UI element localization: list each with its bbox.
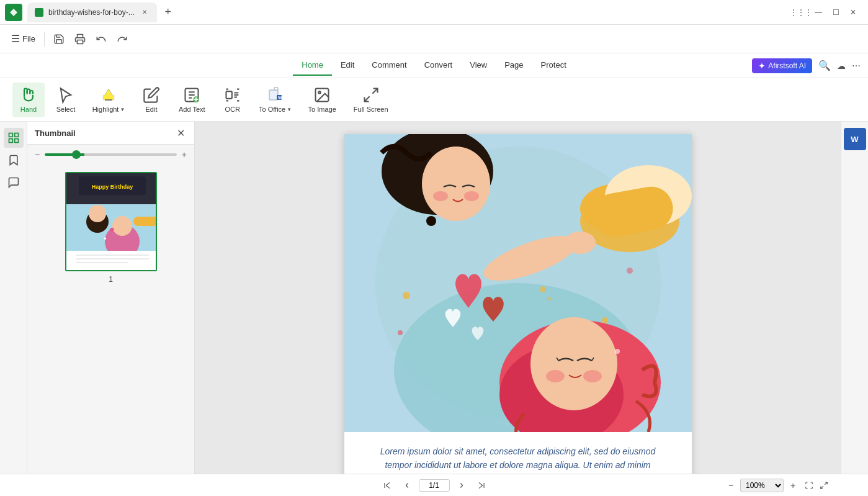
pdf-area: Lorem ipsum dolor sit amet, consectetur … [195, 122, 841, 474]
highlight-tool[interactable]: Highlight ▼ [87, 83, 130, 117]
full-screen-bottom-button[interactable] [817, 479, 831, 492]
zoom-in-icon[interactable]: + [182, 150, 187, 160]
thumbnail-content: Happy Birthday ♥ ♥ [27, 165, 194, 474]
close-button[interactable]: ✕ [848, 7, 858, 17]
search-button[interactable]: 🔍 [818, 60, 831, 71]
svg-point-49 [422, 147, 490, 221]
menubar: Home Edit Comment Convert View Page Prot… [0, 53, 868, 78]
fit-page-button[interactable] [802, 479, 816, 492]
svg-line-68 [386, 482, 390, 485]
prev-page-button[interactable] [399, 477, 415, 494]
svg-rect-19 [14, 133, 18, 137]
next-page-button[interactable] [454, 477, 470, 494]
svg-point-54 [565, 232, 596, 254]
tab-close-button[interactable]: ✕ [140, 7, 150, 17]
menu-protect[interactable]: Protect [532, 55, 575, 76]
svg-point-30 [89, 205, 106, 222]
zoom-out-button[interactable]: − [724, 479, 738, 492]
svg-point-42 [602, 317, 608, 323]
menu-view[interactable]: View [461, 55, 496, 76]
window-controls: ⋮⋮⋮ — ☐ ✕ [796, 7, 863, 17]
edit-tool-label: Edit [146, 106, 158, 113]
comment-sidebar-button[interactable] [4, 173, 24, 192]
page-illustration [344, 134, 692, 432]
svg-line-17 [364, 96, 369, 101]
bookmark-sidebar-button[interactable] [4, 150, 24, 170]
more-button[interactable]: ⋯ [852, 61, 861, 71]
svg-point-57 [530, 317, 617, 410]
word-icon-button[interactable]: W [844, 128, 866, 150]
thumbnail-panel: Thumbnail ✕ − + Happy Birth [27, 122, 195, 474]
svg-point-28 [112, 216, 132, 236]
menu-comment[interactable]: Comment [363, 55, 415, 76]
zoom-select[interactable]: 50% 75% 100% 125% 150% 200% [740, 479, 784, 492]
save-button[interactable] [50, 30, 68, 48]
svg-point-59 [583, 370, 602, 382]
menu-edit[interactable]: Edit [332, 55, 363, 76]
hand-tool[interactable]: Hand [12, 83, 45, 117]
svg-rect-18 [9, 133, 12, 137]
menu-convert[interactable]: Convert [416, 55, 462, 76]
new-tab-button[interactable]: + [159, 4, 177, 21]
zoom-out-icon[interactable]: − [35, 150, 40, 160]
full-screen-tool[interactable]: Full Screen [347, 83, 395, 117]
first-page-button[interactable] [379, 477, 395, 494]
thumbnail-sidebar-button[interactable] [4, 128, 24, 148]
maximize-button[interactable]: ☐ [831, 7, 841, 17]
to-office-arrow: ▼ [287, 107, 292, 112]
undo-button[interactable] [92, 30, 110, 48]
settings-icon[interactable]: ⋮⋮⋮ [796, 7, 806, 17]
menu-home[interactable]: Home [293, 55, 332, 76]
select-tool[interactable]: Select [50, 83, 82, 117]
svg-rect-33 [133, 217, 157, 226]
svg-point-45 [627, 268, 633, 274]
svg-point-52 [426, 216, 436, 226]
menu-page[interactable]: Page [496, 55, 532, 76]
redo-button[interactable] [113, 30, 132, 48]
full-screen-label: Full Screen [354, 106, 388, 113]
thumbnail-image-1: Happy Birthday ♥ ♥ [65, 172, 157, 271]
page-number-label: 1 [109, 275, 113, 284]
main-area: Thumbnail ✕ − + Happy Birth [0, 122, 868, 474]
svg-line-75 [478, 482, 482, 485]
svg-point-58 [546, 370, 565, 382]
panel-title: Thumbnail [35, 129, 76, 138]
svg-line-73 [460, 483, 463, 485]
thumbnail-zoom-slider[interactable] [45, 153, 177, 156]
page-input[interactable] [419, 479, 450, 492]
svg-rect-34 [66, 251, 157, 271]
thumbnail-page-1[interactable]: Happy Birthday ♥ ♥ [65, 172, 157, 284]
ai-button[interactable]: ✦ Afirstsoft AI [752, 58, 812, 73]
svg-point-64 [540, 286, 546, 292]
thumbnail-zoom-row: − + [27, 145, 194, 165]
edit-tool[interactable]: Edit [135, 83, 168, 117]
file-menu-button[interactable]: ☰ File [7, 30, 39, 47]
svg-line-78 [821, 486, 823, 489]
ai-icon: ✦ [758, 61, 766, 71]
highlight-tool-label: Highlight [92, 106, 119, 113]
hand-tool-label: Hand [20, 106, 37, 113]
print-button[interactable] [71, 30, 89, 48]
zoom-in-button[interactable]: + [786, 479, 800, 492]
menu-right-area: ✦ Afirstsoft AI 🔍 ☁ ⋯ [752, 58, 861, 73]
to-office-tool[interactable]: W To Office ▼ [254, 83, 297, 117]
add-text-label: Add Text [179, 106, 205, 113]
to-image-tool[interactable]: To Image [302, 83, 342, 117]
lorem-text-content: Lorem ipsum dolor sit amet, consectetur … [380, 446, 656, 474]
panel-close-button[interactable]: ✕ [174, 127, 187, 139]
svg-point-15 [318, 91, 321, 94]
svg-point-50 [433, 191, 448, 201]
svg-line-16 [372, 89, 377, 94]
svg-point-51 [464, 191, 479, 201]
file-label: File [22, 34, 35, 43]
select-tool-label: Select [56, 106, 76, 113]
ocr-tool[interactable]: OCR [217, 83, 249, 117]
active-tab[interactable]: birthday-wishes-for-boy-... ✕ [27, 2, 157, 22]
svg-rect-0 [77, 40, 83, 43]
add-text-tool[interactable]: Add Text [172, 83, 212, 117]
minimize-button[interactable]: — [813, 7, 823, 17]
ai-label: Afirstsoft AI [768, 61, 806, 70]
svg-line-71 [406, 483, 408, 485]
last-page-button[interactable] [473, 477, 490, 494]
cloud-button[interactable]: ☁ [837, 61, 846, 71]
